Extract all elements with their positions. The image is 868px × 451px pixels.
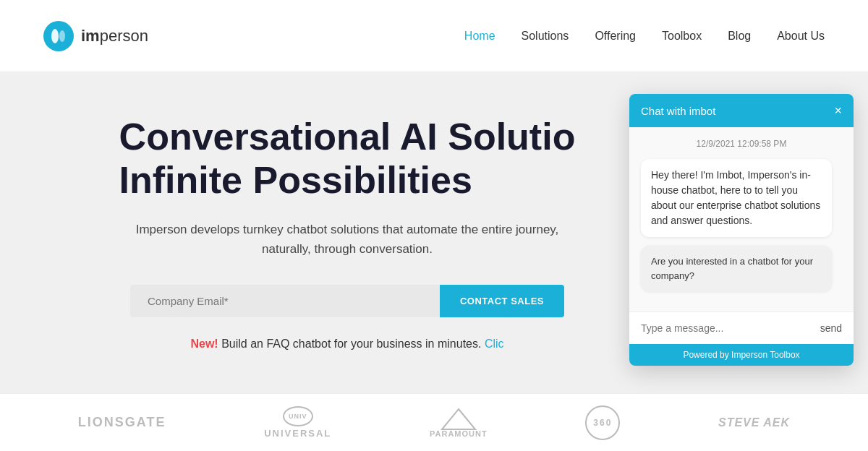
hero-content: Conversational AI Solutio Infinite Possi… bbox=[43, 116, 651, 351]
hero-subtitle: Imperson develops turnkey chatbot soluti… bbox=[123, 220, 571, 259]
chat-widget: Chat with imbot × 12/9/2021 12:09:58 PM … bbox=[629, 94, 854, 366]
logo-360: 360 bbox=[585, 405, 620, 440]
contact-sales-button[interactable]: CONTACT SALES bbox=[440, 285, 564, 317]
chat-input[interactable] bbox=[629, 312, 809, 344]
nav: Home Solutions Offering Toolbox Blog Abo… bbox=[464, 30, 825, 43]
email-row: CONTACT SALES bbox=[130, 285, 564, 317]
nav-toolbox[interactable]: Toolbox bbox=[662, 30, 702, 43]
svg-point-1 bbox=[51, 29, 59, 43]
logo-paramount: PARAMOUNT PARAMOUNT bbox=[430, 408, 488, 438]
faq-new-label: New! bbox=[190, 338, 218, 350]
logo: imperson bbox=[43, 21, 148, 51]
chat-title: Chat with imbot bbox=[641, 105, 715, 117]
svg-point-2 bbox=[59, 30, 65, 42]
logos-strip: LIONSGATE UNIV UNIVERSAL PARAMOUNT PARAM… bbox=[0, 393, 868, 451]
nav-offering[interactable]: Offering bbox=[595, 30, 636, 43]
nav-blog[interactable]: Blog bbox=[728, 30, 751, 43]
chat-message-2: Are you interested in a chatbot for your… bbox=[641, 246, 832, 291]
nav-solutions[interactable]: Solutions bbox=[522, 30, 569, 43]
faq-click-link[interactable]: Clic bbox=[485, 338, 504, 350]
chat-footer: send bbox=[629, 312, 854, 344]
chat-send-button[interactable]: send bbox=[809, 312, 854, 344]
chat-close-button[interactable]: × bbox=[834, 104, 842, 117]
chat-header: Chat with imbot × bbox=[629, 94, 854, 127]
header: imperson Home Solutions Offering Toolbox… bbox=[0, 0, 868, 72]
chat-body: 12/9/2021 12:09:58 PM Hey there! I'm Imb… bbox=[629, 127, 854, 312]
chat-message-1: Hey there! I'm Imbot, Imperson's in-hous… bbox=[641, 159, 832, 237]
hero-title: Conversational AI Solutio Infinite Possi… bbox=[119, 116, 576, 202]
faq-banner: New! Build an FAQ chatbot for your busin… bbox=[190, 338, 503, 351]
chat-powered-by: Powered by Imperson Toolbox bbox=[629, 344, 854, 366]
nav-about-us[interactable]: About Us bbox=[777, 30, 825, 43]
faq-text: Build an FAQ chatbot for your business i… bbox=[221, 338, 485, 350]
logo-text: imperson bbox=[81, 27, 148, 46]
logo-steve-aoki: STEVE AEK bbox=[718, 416, 790, 429]
logo-universal: UNIV UNIVERSAL bbox=[264, 406, 331, 439]
logo-icon bbox=[43, 21, 74, 51]
nav-home[interactable]: Home bbox=[464, 30, 495, 43]
logo-lionsgate: LIONSGATE bbox=[78, 415, 166, 430]
email-input[interactable] bbox=[130, 285, 440, 317]
chat-timestamp: 12/9/2021 12:09:58 PM bbox=[641, 139, 842, 149]
